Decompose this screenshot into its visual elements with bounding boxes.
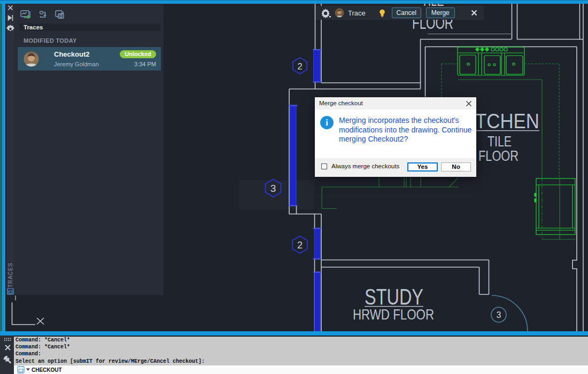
svg-text:TRACES: TRACES <box>7 262 13 287</box>
svg-text:FLOOR: FLOOR <box>478 148 519 164</box>
svg-text:TILE: TILE <box>488 134 512 150</box>
svg-text:STUDY: STUDY <box>365 284 423 309</box>
svg-text:2: 2 <box>297 240 303 251</box>
svg-text:3: 3 <box>270 183 276 194</box>
svg-text:HRWD FLOOR: HRWD FLOOR <box>353 306 434 323</box>
svg-text:3: 3 <box>497 310 501 320</box>
svg-text:2: 2 <box>297 61 302 72</box>
